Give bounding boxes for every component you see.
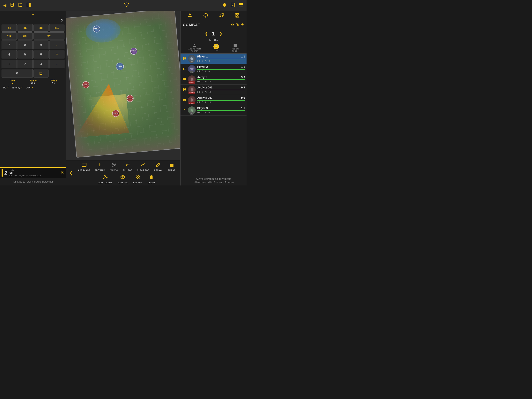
add-tokens-label: Add Tokens <box>98 182 112 184</box>
top-bar-right <box>222 2 243 9</box>
isometric-icon <box>120 174 125 181</box>
map-area[interactable]: PLAYER 2 PLAYER 3 PLAYER 1 ACOLYTE ACOLY… <box>66 11 180 186</box>
hp-bar-1 <box>197 59 245 59</box>
combatant-row[interactable]: 11 PC Player 2 1/1 tHP 0 Ac 0 <box>181 64 247 74</box>
target-enemy[interactable]: Enemy ✓ <box>12 86 23 89</box>
minus-button[interactable]: - <box>49 60 64 68</box>
num-3[interactable]: 3 <box>33 60 49 68</box>
bookmark-icon[interactable] <box>26 3 31 8</box>
lock-circle-button[interactable]: 🔒 <box>213 44 219 49</box>
map-icon[interactable] <box>18 3 23 8</box>
range-label: Range <box>23 79 43 82</box>
add-image-button[interactable]: Add Image <box>76 161 92 173</box>
combatant-row[interactable]: 10 ENEMY Acolyte 001 9/9 tHP 0 Ac 10 <box>181 84 247 95</box>
tab-music-icon[interactable] <box>219 13 224 19</box>
clear-fog-button[interactable]: Clear Fog <box>135 161 151 173</box>
dpercent-button[interactable]: d% <box>18 32 33 40</box>
erase-button[interactable]: Erase <box>165 161 178 173</box>
pen-on-button[interactable]: Pen On <box>152 161 165 173</box>
thp-label-4: tHP <box>197 91 201 93</box>
combatant-info-6: Player 3 1/1 tHP 0 Ac 0 <box>197 107 245 114</box>
combatant-row[interactable]: 10 ENEMY Acolyte 9/9 tHP 0 Ac 10 <box>181 74 247 84</box>
add-tokens-button[interactable]: Add Tokens <box>96 174 114 185</box>
chevron-up-button[interactable]: ⌃ <box>1 13 64 18</box>
num-6[interactable]: 6 <box>33 50 49 59</box>
svg-point-45 <box>222 15 223 17</box>
backspace-button[interactable]: ← <box>49 40 64 49</box>
combat-settings-icon[interactable]: ⚙ <box>231 23 234 27</box>
edit-map-label: Edit Map <box>95 169 105 171</box>
num-8[interactable]: 8 <box>18 40 33 49</box>
new-doc-icon[interactable] <box>10 3 15 8</box>
back-button[interactable]: ◀ <box>3 3 6 8</box>
num-7[interactable]: 7 <box>1 40 17 49</box>
tab-character-icon[interactable] <box>187 13 192 19</box>
target-ally-label: Ally <box>26 86 31 89</box>
pen-off-button[interactable]: Pen Off <box>131 174 144 185</box>
hint-text: Tap Dice to reroll / drag to Battlemap <box>0 178 66 186</box>
num-0[interactable]: 0 <box>1 69 33 78</box>
num-1[interactable]: 1 <box>1 60 17 68</box>
fill-fog-button[interactable]: Fill Fog <box>121 161 134 173</box>
dice-grid: d4 d6 d8 d10 d12 d% d20 <box>1 24 64 40</box>
hp-fill-2 <box>197 69 245 70</box>
clear-button[interactable]: Clear <box>145 174 158 185</box>
combat-extra-icon[interactable] <box>241 23 244 27</box>
combatant-row[interactable]: 10 ENEMY Acolyte 002 9/9 tHP 0 Ac 10 <box>181 95 247 105</box>
num-5[interactable]: 5 <box>18 50 33 59</box>
dm-fog-button[interactable]: DM FOG <box>108 161 120 173</box>
combatant-row[interactable]: 7 PC Player 3 1/1 tHP 0 Ac 0 <box>181 105 247 116</box>
notes-icon[interactable] <box>231 3 235 8</box>
add-pc-button[interactable]: ADD PC FROMROSTER <box>189 43 201 52</box>
map-token-player3[interactable]: PLAYER 3 <box>130 47 138 55</box>
tab-combat-icon[interactable] <box>203 13 208 19</box>
combatant-list: 19 PC Player 1 1/1 tHP 0 Ac 0 <box>181 54 247 176</box>
prev-turn-button[interactable]: ❮ <box>205 31 208 36</box>
area-box[interactable]: Area ▼ <box>2 79 22 85</box>
map-token-player1[interactable]: PLAYER 1 <box>116 62 124 71</box>
lock-button: 🔒 LOCK <box>213 44 219 52</box>
combatant-row[interactable]: 19 PC Player 1 1/1 tHP 0 Ac 0 <box>181 54 247 64</box>
right-tabs <box>181 11 247 21</box>
token-bag-icon[interactable] <box>222 2 227 9</box>
toolbar-collapse-button[interactable]: ❮ <box>68 170 74 175</box>
right-footer: Tap to VIEW / Double Tap to EDIT Hold an… <box>181 176 247 186</box>
tab-dice-icon[interactable] <box>235 13 240 19</box>
thp-val-6: 0 <box>202 112 203 114</box>
target-enemy-check: ✓ <box>21 86 23 89</box>
card-icon[interactable] <box>239 3 243 8</box>
isometric-button[interactable]: Isometric <box>115 174 130 185</box>
num-4[interactable]: 4 <box>1 50 17 59</box>
num-2[interactable]: 2 <box>18 60 33 68</box>
add-dm-token-button[interactable]: ADD DMTOKEN <box>232 43 239 52</box>
thp-label-1: tHP <box>197 60 201 62</box>
d8-button[interactable]: d8 <box>33 24 49 32</box>
d12-button[interactable]: d12 <box>1 32 17 40</box>
roll-button[interactable]: ⚄ <box>33 69 49 78</box>
edit-map-button[interactable]: Edit Map <box>93 161 107 173</box>
num-9[interactable]: 9 <box>33 40 49 49</box>
combatant-name-2: Player 2 1/1 <box>197 65 245 68</box>
name-2: Player 2 <box>197 65 208 68</box>
type-badge-5: ENEMY <box>189 102 195 104</box>
target-ally[interactable]: Ally ✓ <box>26 86 34 89</box>
hint-tap: Tap to VIEW / Double Tap to EDIT <box>196 178 231 180</box>
d4-button[interactable]: d4 <box>1 24 17 32</box>
targets-row: Pc ✓ Enemy ✓ Ally ✓ <box>1 85 64 90</box>
target-pc[interactable]: Pc ✓ <box>3 86 9 89</box>
d20-button[interactable]: d20 <box>33 32 65 40</box>
d6-button[interactable]: d6 <box>18 24 33 32</box>
ac-label-3: Ac <box>205 81 207 83</box>
next-turn-button[interactable]: ❯ <box>219 31 222 36</box>
combat-hint: Tap to VIEW / Double Tap to EDIT Hold an… <box>183 178 244 184</box>
type-badge-4: ENEMY <box>189 92 195 94</box>
d10-button[interactable]: d10 <box>49 24 64 32</box>
thp-val-4: 0 <box>202 91 203 93</box>
combatant-name-1: Player 1 1/1 <box>197 55 245 58</box>
wifi-icon[interactable] <box>124 2 129 9</box>
combatant-name-6: Player 3 1/1 <box>197 107 245 110</box>
map-token-acolyte2[interactable]: ACOLYTE <box>126 95 134 102</box>
plus-button[interactable]: + <box>49 50 64 59</box>
name-1: Player 1 <box>197 55 208 58</box>
combat-eye-icon[interactable] <box>236 23 239 27</box>
